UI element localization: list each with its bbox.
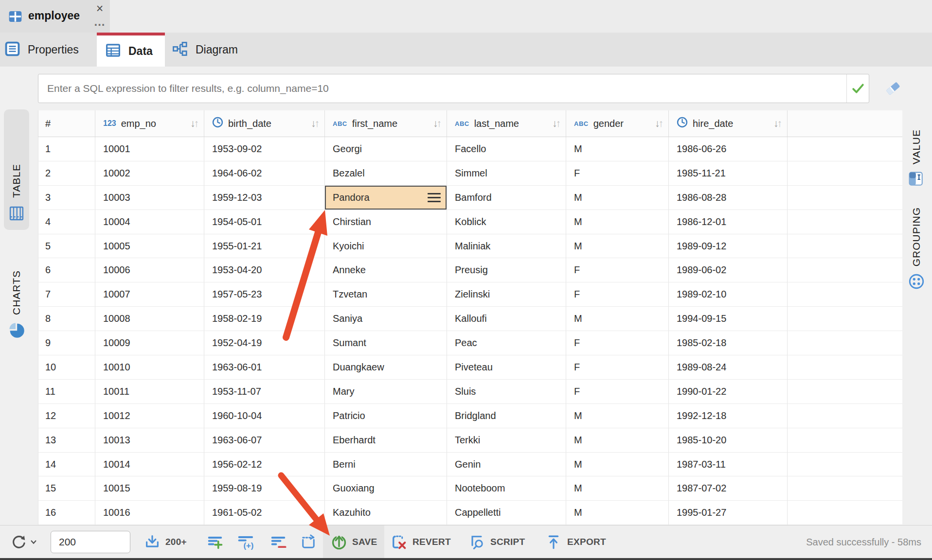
cell-emp_no[interactable]: 10003 [95,186,204,210]
column-header-emp_no[interactable]: 123emp_no↓↑ [95,110,204,137]
selected-cell-pandora[interactable]: Pandora [325,186,447,210]
cell-gender[interactable]: F [566,258,669,282]
cell-first_name[interactable]: Eberhardt [325,428,447,452]
cell-gender[interactable]: M [566,210,669,234]
cell-first_name[interactable]: Kazuhito [325,501,447,525]
row-number-cell[interactable]: 2 [38,161,95,185]
cell-first_name[interactable]: Berni [325,453,447,476]
row-number-cell[interactable]: 5 [38,234,95,258]
cell-emp_no[interactable]: 10005 [95,234,204,258]
cell-hire_date[interactable]: 1990-01-22 [669,380,788,403]
row-number-cell[interactable]: 9 [38,331,95,355]
cell-birth_date[interactable]: 1954-05-01 [204,210,325,234]
cell-hire_date[interactable]: 1994-09-15 [669,307,788,331]
row-number-cell[interactable]: 10 [38,355,95,379]
sql-filter-input[interactable]: Enter a SQL expression to filter results… [38,74,869,103]
cell-emp_no[interactable]: 10001 [95,137,204,161]
add-row-button[interactable] [206,525,224,559]
fetch-more-button[interactable]: 200+ [144,525,187,559]
cell-gender[interactable]: F [566,380,669,403]
row-number-cell[interactable]: 7 [38,282,95,306]
cell-gender[interactable]: M [566,404,669,428]
cell-last_name[interactable]: Peac [447,331,566,355]
left-rail-tab-table[interactable]: TABLE [4,109,29,230]
row-number-cell[interactable]: 11 [38,380,95,403]
cell-hire_date[interactable]: 1989-08-24 [669,355,788,379]
column-header-last_name[interactable]: ABClast_name↓↑ [447,110,566,137]
cell-hire_date[interactable]: 1987-03-11 [669,453,788,476]
cell-hire_date[interactable]: 1989-09-12 [669,234,788,258]
cell-first_name[interactable]: Duangkaew [325,355,447,379]
cell-last_name[interactable]: Genin [447,453,566,476]
refresh-button[interactable] [11,525,37,559]
cell-emp_no[interactable]: 10002 [95,161,204,185]
row-number-cell[interactable]: 15 [38,476,95,500]
cell-emp_no[interactable]: 10007 [95,282,204,306]
tab-diagram[interactable]: Diagram [165,33,252,67]
column-header-hire_date[interactable]: hire_date↓↑ [669,110,788,137]
cell-first_name[interactable]: Patricio [325,404,447,428]
right-rail-tab-grouping[interactable]: GROUPING [904,192,929,292]
cell-emp_no[interactable]: 10011 [95,380,204,403]
cell-gender[interactable]: M [566,453,669,476]
left-rail-tab-charts[interactable]: CHARTS [4,235,29,343]
cell-birth_date[interactable]: 1955-01-21 [204,234,325,258]
cell-last_name[interactable]: Kalloufi [447,307,566,331]
cell-first_name[interactable]: Mary [325,380,447,403]
cell-last_name[interactable]: Piveteau [447,355,566,379]
cell-birth_date[interactable]: 1960-10-04 [204,404,325,428]
cell-hire_date[interactable]: 1985-11-21 [669,161,788,185]
cell-hire_date[interactable]: 1986-06-26 [669,137,788,161]
cell-birth_date[interactable]: 1964-06-02 [204,161,325,185]
cell-birth_date[interactable]: 1957-05-23 [204,282,325,306]
cell-birth_date[interactable]: 1958-02-19 [204,307,325,331]
tab-overflow-menu-icon[interactable]: ... [91,15,108,29]
cell-birth_date[interactable]: 1959-08-19 [204,476,325,500]
script-button[interactable]: SCRIPT [468,525,525,559]
cell-hire_date[interactable]: 1992-12-18 [669,404,788,428]
cell-last_name[interactable]: Nooteboom [447,476,566,500]
cell-hire_date[interactable]: 1985-02-18 [669,331,788,355]
cell-birth_date[interactable]: 1963-06-01 [204,355,325,379]
cell-emp_no[interactable]: 10006 [95,258,204,282]
row-number-cell[interactable]: 4 [38,210,95,234]
row-limit-input[interactable]: 200 [51,531,130,553]
row-number-cell[interactable]: 6 [38,258,95,282]
cell-emp_no[interactable]: 10013 [95,428,204,452]
delete-row-button[interactable] [269,525,287,559]
row-number-cell[interactable]: 13 [38,428,95,452]
save-button[interactable]: SAVE [323,525,384,559]
cell-menu-icon[interactable] [428,193,441,202]
cell-emp_no[interactable]: 10012 [95,404,204,428]
cell-birth_date[interactable]: 1959-12-03 [204,186,325,210]
cell-gender[interactable]: M [566,137,669,161]
cell-emp_no[interactable]: 10008 [95,307,204,331]
cell-birth_date[interactable]: 1952-04-19 [204,331,325,355]
clear-filter-button[interactable] [881,77,905,100]
column-header-rownum[interactable]: # [38,110,95,137]
tab-data[interactable]: Data [97,33,165,67]
duplicate-row-button[interactable]: (+) [236,525,256,559]
cell-last_name[interactable]: Terkki [447,428,566,452]
sort-toggle-icon[interactable]: ↓↑ [552,118,561,129]
cell-first_name[interactable]: Anneke [325,258,447,282]
cell-gender[interactable]: M [566,428,669,452]
tab-properties[interactable]: Properties [0,33,97,67]
cell-birth_date[interactable]: 1963-06-07 [204,428,325,452]
row-number-cell[interactable]: 3 [38,186,95,210]
revert-button[interactable]: REVERT [390,525,451,559]
column-header-first_name[interactable]: ABCfirst_name↓↑ [325,110,447,137]
cell-hire_date[interactable]: 1989-06-02 [669,258,788,282]
row-number-cell[interactable]: 1 [38,137,95,161]
cell-gender[interactable]: M [566,186,669,210]
cell-birth_date[interactable]: 1953-09-02 [204,137,325,161]
cell-last_name[interactable]: Maliniak [447,234,566,258]
refresh-rows-button[interactable] [300,525,317,559]
export-button[interactable]: EXPORT [546,525,606,559]
cell-last_name[interactable]: Cappelletti [447,501,566,525]
cell-hire_date[interactable]: 1989-02-10 [669,282,788,306]
column-header-gender[interactable]: ABCgender↓↑ [566,110,669,137]
cell-hire_date[interactable]: 1986-12-01 [669,210,788,234]
cell-gender[interactable]: F [566,331,669,355]
cell-last_name[interactable]: Preusig [447,258,566,282]
